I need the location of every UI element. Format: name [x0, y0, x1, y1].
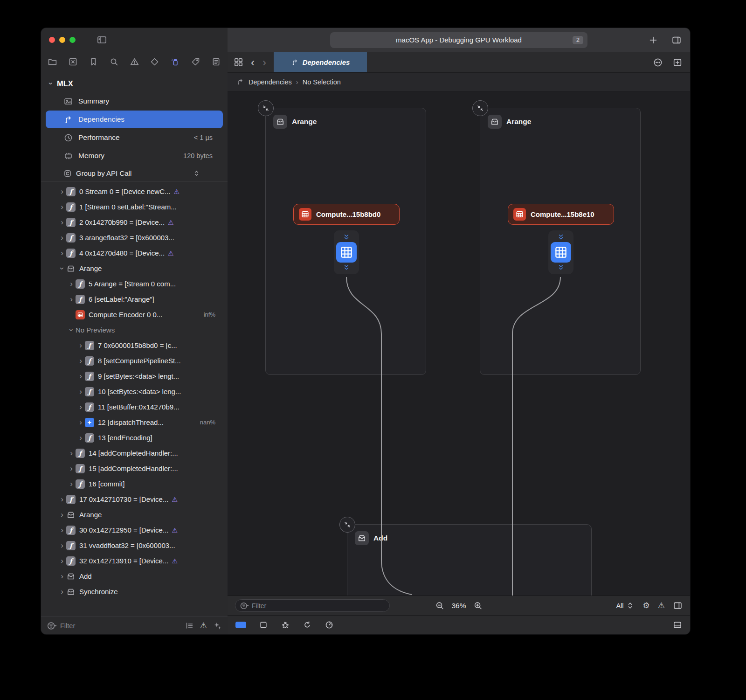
chevron-right-icon[interactable]: › — [67, 464, 76, 472]
chevron-right-icon[interactable]: › — [58, 526, 66, 534]
close-window-button[interactable] — [49, 37, 55, 43]
forward-button[interactable]: › — [262, 57, 267, 68]
filter-icon[interactable] — [240, 601, 249, 610]
chevron-right-icon[interactable]: › — [58, 511, 66, 519]
sidebar-item-summary[interactable]: Summary — [46, 92, 223, 110]
flatten-hierarchy-icon[interactable] — [185, 621, 194, 630]
tree-item[interactable]: ›ƒ15 [addCompletedHandler:... — [41, 461, 228, 476]
tree-item[interactable]: ›ƒ5 Arange = [Stream 0 com... — [41, 276, 228, 291]
sidebar-item-memory[interactable]: Memory 120 bytes — [46, 147, 223, 165]
chevron-right-icon[interactable]: › — [76, 403, 85, 411]
tree-item[interactable]: ›ƒ7 0x6000015b8bd0 = [c... — [41, 338, 228, 353]
folder-icon[interactable] — [48, 57, 57, 67]
chevron-right-icon[interactable]: › — [67, 280, 76, 288]
more-options-icon[interactable] — [653, 57, 663, 68]
chevron-right-icon[interactable]: › — [58, 234, 66, 242]
scope-dropdown[interactable]: All — [616, 601, 635, 610]
tree-item[interactable]: ›ƒ9 [setBytes:<data> lengt... — [41, 368, 228, 384]
compute-encoder-node[interactable]: Compute...15b8e10 — [508, 204, 614, 225]
tree-item[interactable]: ›ƒ31 vvaddfloat32 = [0x600003... — [41, 538, 228, 553]
chevron-down-icon[interactable]: › — [58, 264, 66, 273]
canvas-filter-input[interactable] — [252, 602, 385, 610]
tree-item[interactable]: ›Synchronize — [41, 584, 228, 599]
issues-warning-icon[interactable]: ⚠ — [658, 602, 665, 610]
warnings-filter-icon[interactable]: ⚠ — [200, 622, 207, 630]
toggle-bottom-panel-icon[interactable] — [673, 620, 682, 630]
preview-widget[interactable] — [334, 230, 359, 274]
collapse-group-icon[interactable] — [339, 517, 355, 533]
window-title-pill[interactable]: macOS App - Debugging GPU Workload 2 — [330, 32, 587, 48]
tree-item[interactable]: ›ƒ13 [endEncoding] — [41, 430, 228, 445]
settings-gear-icon[interactable]: ⚙ — [643, 602, 650, 610]
performance-gauge-icon[interactable] — [325, 620, 334, 630]
toggle-right-panel-icon[interactable] — [673, 601, 683, 610]
chevron-right-icon[interactable]: › — [58, 203, 66, 211]
tree-item[interactable]: ›Arange — [41, 507, 228, 522]
frame-outline-icon[interactable] — [259, 620, 268, 630]
chevron-right-icon[interactable]: › — [67, 449, 76, 457]
tree-item[interactable]: ›ƒ8 [setComputePipelineSt... — [41, 353, 228, 368]
grid-preview-icon[interactable] — [336, 242, 357, 263]
search-icon[interactable] — [109, 57, 119, 67]
project-root-item[interactable]: › MLX — [41, 75, 228, 92]
tree-item[interactable]: ›ƒ6 [setLabel:"Arange"] — [41, 291, 228, 307]
debug-bug-icon[interactable] — [281, 620, 290, 630]
toggle-sidebar-icon[interactable] — [97, 35, 107, 45]
grid-preview-icon[interactable] — [551, 242, 571, 263]
chevron-down-icon[interactable]: › — [68, 326, 76, 334]
canvas-filter-field[interactable] — [235, 599, 390, 612]
chevron-right-icon[interactable]: › — [58, 541, 66, 549]
chevron-right-icon[interactable]: › — [58, 588, 66, 596]
chevron-right-icon[interactable]: › — [58, 557, 66, 565]
back-button[interactable]: ‹ — [250, 57, 256, 68]
tree-item[interactable]: ›ƒ11 [setBuffer:0x14270b9... — [41, 399, 228, 415]
tree-item[interactable]: ›ƒ17 0x142710730 = [Device...⚠ — [41, 492, 228, 507]
chevron-right-icon[interactable]: › — [58, 218, 66, 226]
double-chevron-down-icon[interactable] — [555, 233, 566, 241]
chevron-right-icon[interactable]: › — [58, 572, 66, 580]
tree-item[interactable]: ›ƒ10 [setBytes:<data> leng... — [41, 384, 228, 399]
double-chevron-down-icon[interactable] — [341, 263, 352, 271]
chevron-right-icon[interactable]: › — [76, 341, 85, 349]
sidebar-item-dependencies[interactable]: Dependencies — [46, 111, 223, 128]
replay-icon[interactable] — [303, 620, 312, 630]
dependency-graph-canvas[interactable]: Arange Compute...15b8bd0 Arange — [228, 91, 690, 596]
tree-item[interactable]: ›ƒ32 0x142713910 = [Device...⚠ — [41, 553, 228, 568]
bookmark-icon[interactable] — [89, 57, 98, 67]
tag-icon[interactable] — [191, 57, 200, 67]
group-add[interactable]: Add — [347, 524, 592, 596]
tree-item[interactable]: ›ƒ4 0x14270d480 = [Device...⚠ — [41, 245, 228, 261]
chevron-right-icon[interactable]: › — [67, 480, 76, 488]
fullscreen-window-button[interactable] — [69, 37, 76, 43]
group-arange-2[interactable]: Arange Compute...15b8e10 — [480, 108, 641, 375]
toggle-inspector-icon[interactable] — [671, 35, 682, 45]
chevron-right-icon[interactable]: › — [58, 187, 66, 195]
add-tab-button[interactable] — [648, 35, 658, 45]
tab-dependencies[interactable]: Dependencies — [274, 52, 367, 72]
sidebar-item-performance[interactable]: Performance < 1 µs — [46, 129, 223, 146]
collapse-group-icon[interactable] — [472, 100, 488, 116]
zoom-level[interactable]: 36% — [451, 602, 466, 610]
view-mode-pill[interactable] — [235, 622, 246, 628]
sidebar-filter-input[interactable] — [60, 622, 182, 630]
tree-item[interactable]: ›Add — [41, 568, 228, 584]
chevron-right-icon[interactable]: › — [76, 418, 85, 426]
test-diamond-icon[interactable] — [150, 57, 159, 67]
chevron-down-icon[interactable]: › — [46, 80, 55, 87]
add-editor-icon[interactable] — [672, 57, 683, 68]
chevron-right-icon[interactable]: › — [76, 434, 85, 442]
double-chevron-down-icon[interactable] — [341, 233, 352, 241]
breadcrumb-root[interactable]: Dependencies — [249, 78, 292, 86]
tree-item[interactable]: ›ƒ16 [commit] — [41, 476, 228, 492]
tree-item[interactable]: ›ƒ14 [addCompletedHandler:... — [41, 445, 228, 461]
tree-item[interactable]: ›ƒ2 0x14270b990 = [Device...⚠ — [41, 215, 228, 230]
tree-item[interactable]: ›ƒ1 [Stream 0 setLabel:"Stream... — [41, 199, 228, 215]
sparkle-filter-icon[interactable] — [213, 621, 222, 630]
chevron-right-icon[interactable]: › — [67, 295, 76, 303]
zoom-out-button[interactable] — [435, 601, 444, 610]
trace-x-icon[interactable] — [68, 57, 78, 67]
report-icon[interactable] — [211, 57, 221, 67]
tree-item[interactable]: ›12 [dispatchThread...nan% — [41, 415, 228, 430]
minimize-window-button[interactable] — [59, 37, 65, 43]
double-chevron-down-icon[interactable] — [555, 263, 566, 271]
